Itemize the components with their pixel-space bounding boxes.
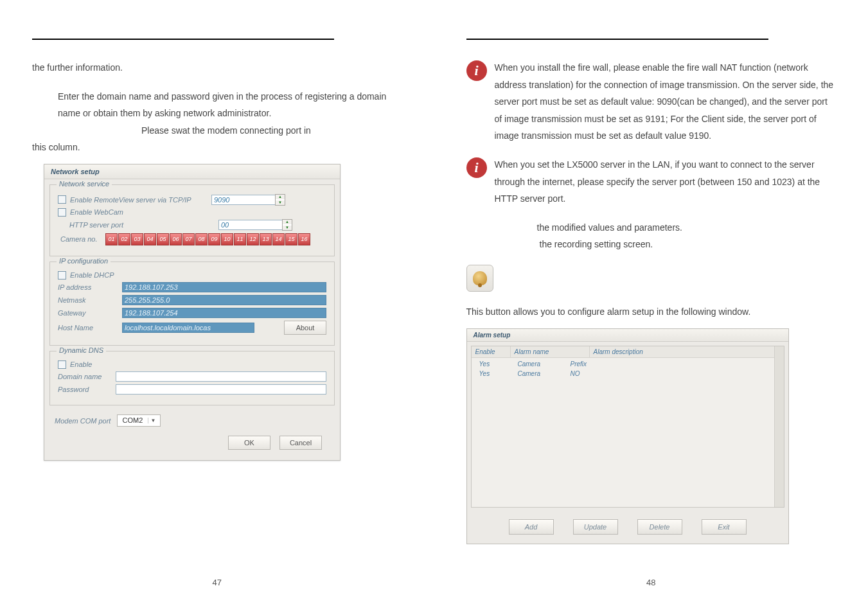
paragraph: This button allows you to configure alar…: [466, 303, 837, 321]
fieldset-legend: Dynamic DNS: [57, 346, 106, 354]
dialog-title: Alarm setup: [467, 329, 788, 342]
dns-enable-label: Enable: [70, 360, 166, 368]
chevron-down-icon[interactable]: ▼: [148, 418, 157, 423]
camera-button-14[interactable]: 14: [272, 233, 285, 245]
network-setup-dialog: Network setup Network service Enable Rem…: [44, 164, 341, 461]
bullet: the recording setting screen.: [466, 236, 837, 253]
bullet: the modified values and parameters.: [466, 219, 837, 236]
fieldset-legend: Network service: [57, 180, 112, 188]
modem-port-select[interactable]: COM2 ▼: [117, 414, 161, 427]
hostname-label: Host Name: [58, 324, 122, 332]
delete-button[interactable]: Delete: [637, 519, 682, 535]
camera-button-12[interactable]: 12: [247, 233, 259, 245]
info-note: i When you install the fire wall, please…: [466, 59, 837, 145]
enable-remote-checkbox[interactable]: [58, 195, 66, 204]
col-alarm-description[interactable]: Alarm description: [590, 346, 774, 357]
camera-button-15[interactable]: 15: [285, 233, 297, 245]
divider: [466, 39, 768, 40]
paragraph: Please swat the modem connecting port in: [32, 122, 402, 139]
ip-address-input[interactable]: 192.188.107.253: [122, 282, 326, 292]
page-number: 48: [434, 578, 869, 587]
password-label: Password: [58, 386, 116, 393]
camera-button-02[interactable]: 02: [118, 233, 130, 245]
dns-enable-checkbox[interactable]: [58, 360, 66, 369]
scrollbar[interactable]: [774, 346, 784, 507]
camera-button-07[interactable]: 07: [182, 233, 195, 245]
gateway-label: Gateway: [58, 309, 122, 317]
exit-button[interactable]: Exit: [702, 519, 747, 535]
camera-button-16[interactable]: 16: [298, 233, 310, 245]
enable-webcam-label: Enable WebCam: [70, 208, 166, 216]
ok-button[interactable]: OK: [228, 436, 270, 450]
remote-port-input[interactable]: 9090 ▲▼: [211, 194, 285, 206]
camera-button-10[interactable]: 10: [221, 233, 233, 245]
camera-button-06[interactable]: 06: [170, 233, 182, 245]
alarm-setup-icon[interactable]: [466, 265, 493, 292]
page-47: the further information. Enter the domai…: [0, 0, 434, 613]
camera-no-label: Camera no.: [58, 235, 105, 243]
page-48: i When you install the fire wall, please…: [434, 0, 869, 613]
network-service-group: Network service Enable RemoteView server…: [49, 184, 335, 256]
paragraph: this column.: [32, 139, 402, 156]
info-text: When you install the fire wall, please e…: [495, 59, 837, 145]
camera-button-09[interactable]: 09: [208, 233, 220, 245]
table-header: Enable Alarm name Alarm description: [472, 346, 774, 358]
modem-port-label: Modem COM port: [55, 416, 111, 424]
camera-button-05[interactable]: 05: [157, 233, 169, 245]
dynamic-dns-group: Dynamic DNS Enable Domain name Password: [49, 351, 335, 405]
col-enable[interactable]: Enable: [472, 346, 511, 357]
cancel-button[interactable]: Cancel: [279, 436, 322, 450]
info-text: When you set the LX5000 server in the LA…: [495, 156, 837, 208]
add-button[interactable]: Add: [509, 519, 554, 535]
bell-icon: [473, 271, 487, 285]
netmask-label: Netmask: [58, 296, 122, 304]
spinner-buttons[interactable]: ▲▼: [275, 194, 285, 206]
page-number: 47: [0, 578, 434, 587]
divider: [32, 39, 334, 40]
enable-dhcp-checkbox[interactable]: [58, 271, 66, 280]
camera-button-08[interactable]: 08: [195, 233, 208, 245]
domain-name-label: Domain name: [58, 373, 116, 380]
info-icon: i: [466, 60, 487, 81]
netmask-input[interactable]: 255.255.255.0: [122, 295, 326, 305]
paragraph: Enter the domain name and password given…: [32, 88, 402, 122]
about-button[interactable]: About: [284, 321, 326, 335]
camera-button-11[interactable]: 11: [234, 233, 246, 245]
camera-button-01[interactable]: 01: [105, 233, 118, 245]
paragraph: the further information.: [32, 59, 402, 76]
ip-config-group: IP configuration Enable DHCP IP address …: [49, 262, 335, 346]
col-alarm-name[interactable]: Alarm name: [511, 346, 590, 357]
password-input[interactable]: [116, 384, 326, 395]
camera-buttons: 01020304050607080910111213141516: [105, 233, 310, 245]
camera-button-04[interactable]: 04: [144, 233, 156, 245]
ip-address-label: IP address: [58, 283, 122, 291]
table-row[interactable]: Yes Yes Camera Camera Prefix NO: [472, 358, 774, 380]
enable-webcam-checkbox[interactable]: [58, 208, 66, 217]
http-port-label: HTTP server port: [58, 221, 166, 229]
hostname-input[interactable]: localhost.localdomain.locas: [122, 323, 254, 333]
enable-remote-label: Enable RemoteView server via TCP/IP: [70, 196, 211, 204]
info-icon: i: [466, 157, 487, 178]
camera-button-13[interactable]: 13: [260, 233, 272, 245]
gateway-input[interactable]: 192.188.107.254: [122, 308, 326, 318]
domain-name-input[interactable]: [116, 371, 326, 382]
dialog-title: Network setup: [44, 164, 340, 179]
spinner-buttons[interactable]: ▲▼: [282, 219, 292, 231]
info-note: i When you set the LX5000 server in the …: [466, 156, 837, 208]
fieldset-legend: IP configuration: [57, 257, 111, 265]
http-port-input[interactable]: 00 ▲▼: [218, 219, 292, 231]
alarm-setup-dialog: Alarm setup Enable Alarm name Alarm desc…: [466, 328, 789, 544]
enable-dhcp-label: Enable DHCP: [70, 271, 166, 279]
camera-button-03[interactable]: 03: [131, 233, 143, 245]
update-button[interactable]: Update: [573, 519, 618, 535]
